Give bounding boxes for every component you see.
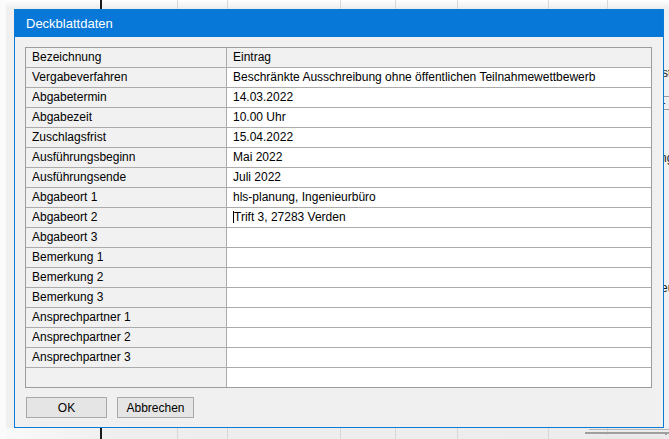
- row-label: Abgabeort 2: [26, 208, 227, 228]
- row-label: Ausführungsbeginn: [26, 148, 227, 168]
- background-window-edge: [589, 435, 669, 439]
- ok-button[interactable]: OK: [26, 397, 107, 418]
- row-label: Ausführungsende: [26, 168, 227, 188]
- row-label: Abgabetermin: [26, 88, 227, 108]
- column-header-bezeichnung: Bezeichnung: [26, 48, 227, 68]
- cover-sheet-table: Bezeichnung Eintrag Vergabeverfahren Bes…: [25, 47, 652, 388]
- row-label: Zuschlagsfrist: [26, 128, 227, 148]
- row-value-text: Trift 3, 27283 Verden: [234, 210, 346, 224]
- row-value[interactable]: hls-planung, Ingenieurbüro: [227, 188, 651, 208]
- background-left-edge: [0, 0, 6, 439]
- row-value[interactable]: [227, 328, 651, 348]
- row-label: Abgabezeit: [26, 108, 227, 128]
- row-value[interactable]: Beschränkte Ausschreibung ohne öffentlic…: [227, 68, 651, 88]
- cancel-button[interactable]: Abbrechen: [117, 397, 194, 418]
- row-value[interactable]: [227, 288, 651, 308]
- row-value[interactable]: 14.03.2022: [227, 88, 651, 108]
- dialog-title: Deckblattdaten: [26, 16, 113, 31]
- row-value[interactable]: [227, 308, 651, 328]
- row-label: Abgabeort 3: [26, 228, 227, 248]
- row-label: Ansprechpartner 2: [26, 328, 227, 348]
- row-value[interactable]: [227, 348, 651, 368]
- row-value[interactable]: 15.04.2022: [227, 128, 651, 148]
- row-value[interactable]: Juli 2022: [227, 168, 651, 188]
- row-label: Abgabeort 1: [26, 188, 227, 208]
- row-label: Bemerkung 1: [26, 248, 227, 268]
- row-value[interactable]: [227, 248, 651, 268]
- row-value[interactable]: [227, 228, 651, 248]
- row-value[interactable]: Mai 2022: [227, 148, 651, 168]
- background-window-edge: [589, 429, 669, 430]
- row-label: Ansprechpartner 1: [26, 308, 227, 328]
- row-label: Vergabeverfahren: [26, 68, 227, 88]
- row-label: Ansprechpartner 3: [26, 348, 227, 368]
- row-label: Bemerkung 3: [26, 288, 227, 308]
- table-filler-label: [26, 368, 227, 387]
- row-value[interactable]: [227, 268, 651, 288]
- row-value-active[interactable]: Trift 3, 27283 Verden: [227, 208, 651, 228]
- deckblattdaten-dialog: Deckblattdaten Bezeichnung Eintrag Verga…: [14, 9, 664, 428]
- screen: st - ng eu Deckblattdaten Bezeichnung Ei…: [0, 0, 669, 439]
- row-value[interactable]: 10.00 Uhr: [227, 108, 651, 128]
- background-window-edge: [585, 432, 669, 434]
- table-filler-value: [227, 368, 651, 387]
- column-header-eintrag: Eintrag: [227, 48, 651, 68]
- dialog-titlebar[interactable]: Deckblattdaten: [15, 10, 663, 37]
- row-label: Bemerkung 2: [26, 268, 227, 288]
